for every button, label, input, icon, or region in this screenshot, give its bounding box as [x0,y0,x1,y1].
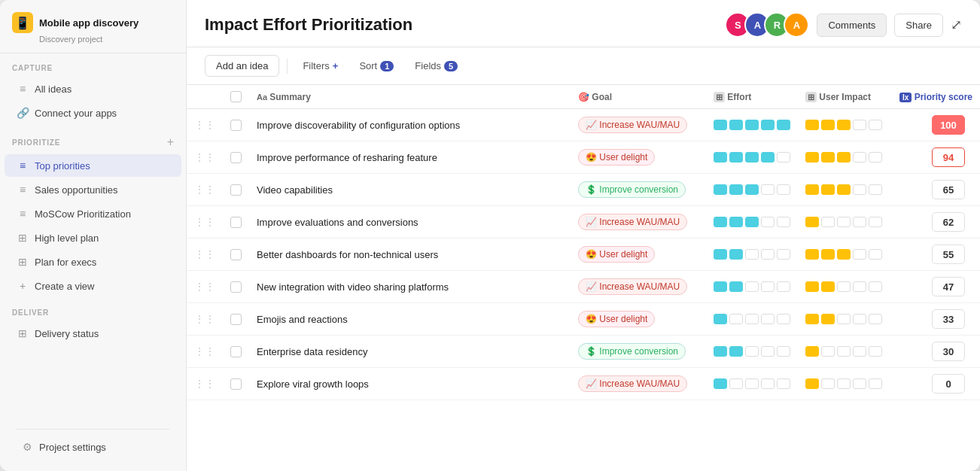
effort-dot [777,378,790,389]
effort-dot [714,120,727,130]
sidebar-item-delivery-status[interactable]: ⊞ Delivery status [5,322,181,345]
row-summary: Improve evaluations and conversions [249,206,571,239]
grid-icon: ⊞ [17,256,29,268]
impact-dot [837,120,851,130]
prioritize-section-header: PRIORITIZE + [0,125,186,153]
sidebar-item-sales-opp[interactable]: ≡ Sales opportunities [5,178,181,201]
sidebar-item-label: Create a view [35,281,94,292]
effort-dot [777,184,790,195]
impact-dot [869,120,882,130]
row-checkbox-cell [223,141,249,174]
sidebar-item-plan-execs[interactable]: ⊞ Plan for execs [5,251,181,273]
drag-handle[interactable]: ⋮⋮ [187,303,223,336]
row-checkbox[interactable] [230,378,242,390]
impact-dot [805,378,819,389]
drag-handle[interactable]: ⋮⋮ [187,174,223,206]
row-impact [798,206,890,239]
filters-badge: + [333,60,339,71]
fields-badge: 5 [444,61,458,71]
effort-col-label: Effort [727,92,751,102]
row-summary: Better dashboards for non-technical user… [249,239,571,271]
comments-button[interactable]: Comments [817,14,887,37]
impact-dot [837,378,851,389]
impact-dot [821,314,835,324]
select-all-checkbox[interactable] [230,91,242,102]
row-checkbox[interactable] [230,314,242,325]
row-checkbox-cell [223,109,249,141]
row-checkbox-cell [223,303,249,336]
drag-handle[interactable]: ⋮⋮ [187,336,223,368]
row-checkbox-cell [223,336,249,368]
drag-handle[interactable]: ⋮⋮ [187,206,223,239]
table-header-row: Aa Summary 🎯 Goal ⊞ Effort ⊞ [187,85,980,109]
plus-icon: + [17,280,29,292]
fields-button[interactable]: Fields 5 [407,56,465,76]
sidebar-item-all-ideas[interactable]: ≡ All ideas [5,77,181,100]
row-goal: 📈 Increase WAU/MAU [571,206,706,239]
row-impact [798,271,890,303]
drag-handle[interactable]: ⋮⋮ [187,239,223,271]
impact-dot [837,314,851,324]
effort-dot [777,120,790,130]
sidebar-item-project-settings[interactable]: ⚙ Project settings [9,436,177,458]
toolbar: Add an idea Filters + Sort 1 Fields 5 [187,47,980,85]
row-checkbox[interactable] [230,217,242,228]
sidebar-item-top-priorities[interactable]: ≡ Top priorities [5,154,181,177]
sidebar-item-high-level[interactable]: ⊞ High level plan [5,226,181,249]
row-goal: 😍 User delight [571,239,706,271]
effort-dot [761,249,775,260]
deliver-section-header: DELIVER [0,298,186,321]
impact-col-label: User Impact [819,92,871,102]
impact-dot [805,314,819,324]
drag-handle[interactable]: ⋮⋮ [187,271,223,303]
priority-score-badge: 65 [932,180,965,199]
drag-handle[interactable]: ⋮⋮ [187,141,223,174]
row-summary: Improve discoverability of configuration… [249,109,571,141]
sort-button[interactable]: Sort 1 [352,56,401,76]
impact-dot [821,120,835,130]
priority-col-label: Priority score [915,92,972,102]
priority-score-badge: 100 [932,115,965,135]
effort-dot [714,378,727,389]
sidebar-item-connect-apps[interactable]: 🔗 Connect your apps [5,102,181,124]
row-checkbox[interactable] [230,346,242,357]
priority-score-badge: 47 [932,277,965,296]
effort-dot [729,314,743,324]
row-checkbox[interactable] [230,152,242,163]
filters-button[interactable]: Filters + [295,56,345,76]
grid-icon: ⊞ [17,232,29,244]
drag-handle[interactable]: ⋮⋮ [187,109,223,141]
effort-dot [761,152,775,163]
drag-handle[interactable]: ⋮⋮ [187,368,223,400]
add-idea-button[interactable]: Add an idea [205,55,279,77]
table-row: ⋮⋮Video capabilities💲 Improve conversion… [187,174,980,206]
effort-dot [729,152,743,163]
add-view-button[interactable]: + [167,135,174,149]
effort-dot [729,249,743,260]
link-icon: 🔗 [17,107,29,119]
row-effort [706,271,798,303]
impact-dot [869,152,882,163]
effort-dot [714,217,727,227]
row-checkbox[interactable] [230,120,242,131]
avatar-group: S A R A [725,12,809,38]
row-checkbox-cell [223,206,249,239]
expand-button[interactable]: ⤢ [951,17,962,33]
row-checkbox[interactable] [230,184,242,196]
sidebar-item-moscow[interactable]: ≡ MoSCow Prioritization [5,202,181,225]
row-priority-score: 62 [890,206,980,239]
row-effort [706,239,798,271]
share-button[interactable]: Share [894,14,943,37]
sidebar-item-create-view[interactable]: + Create a view [5,275,181,297]
row-impact [798,368,890,400]
effort-dot [714,184,727,195]
th-goal: 🎯 Goal [571,85,706,109]
effort-dot [729,217,743,227]
effort-dot [729,346,743,357]
row-checkbox[interactable] [230,249,242,260]
impact-dot [869,217,882,227]
effort-dot [777,346,790,357]
impact-dot [853,249,866,260]
row-checkbox[interactable] [230,281,242,293]
impact-dot [853,346,866,357]
